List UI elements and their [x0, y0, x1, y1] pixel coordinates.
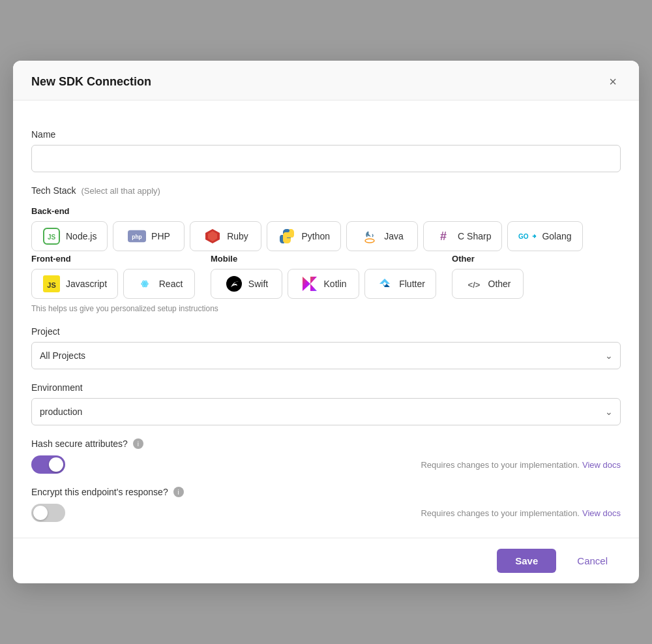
- project-section: Project All Projects Project A Project B…: [31, 326, 621, 369]
- svg-marker-16: [303, 277, 310, 291]
- environment-select-wrapper: production staging development ⌄: [31, 398, 621, 425]
- other-label: Other: [452, 254, 524, 264]
- modal-footer: Save Cancel: [13, 538, 639, 583]
- tech-btn-react[interactable]: React: [123, 269, 195, 299]
- encrypt-toggle-section: Encrypt this endpoint's response? i Requ…: [31, 487, 621, 522]
- project-select-wrapper: All Projects Project A Project B ⌄: [31, 342, 621, 369]
- tech-stack-help: This helps us give you personalized setu…: [31, 304, 621, 313]
- backend-grid: JS Node.js php PHP: [31, 221, 621, 251]
- close-button[interactable]: ×: [605, 74, 621, 89]
- encrypt-toggle-row: Requires changes to your implementation.…: [31, 504, 621, 522]
- tech-btn-kotlin[interactable]: Kotlin: [288, 269, 359, 299]
- svg-text:GO: GO: [518, 233, 529, 240]
- name-input[interactable]: [31, 145, 621, 172]
- tech-stack-subtitle: (Select all that apply): [81, 186, 160, 196]
- svg-marker-20: [383, 284, 385, 287]
- tech-btn-python[interactable]: Python: [267, 221, 341, 251]
- encrypt-label-row: Encrypt this endpoint's response? i: [31, 487, 621, 497]
- python-icon: [278, 227, 296, 245]
- modal: New SDK Connection × Name Tech Stack (Se…: [13, 61, 639, 583]
- svg-text:JS: JS: [47, 281, 55, 289]
- mobile-label: Mobile: [211, 254, 436, 264]
- svg-point-6: [365, 239, 374, 243]
- modal-title: New SDK Connection: [31, 75, 151, 89]
- javascript-label: Javascript: [66, 279, 107, 289]
- react-icon: [136, 275, 154, 293]
- golang-icon: GO: [518, 227, 537, 245]
- hash-toggle-thumb: [49, 457, 63, 472]
- svg-text:php: php: [132, 234, 141, 240]
- cancel-button[interactable]: Cancel: [564, 549, 621, 573]
- tech-btn-csharp[interactable]: # C Sharp: [423, 221, 502, 251]
- react-label: React: [159, 279, 183, 289]
- svg-point-15: [226, 276, 242, 292]
- hash-label: Hash secure attributes?: [31, 438, 128, 449]
- php-label: PHP: [151, 231, 170, 241]
- modal-overlay: New SDK Connection × Name Tech Stack (Se…: [0, 0, 652, 644]
- frontend-items: JS Javascript: [31, 269, 195, 299]
- hash-toggle-section: Hash secure attributes? i Requires chang…: [31, 438, 621, 474]
- tech-btn-java[interactable]: Java: [346, 221, 418, 251]
- name-label: Name: [31, 129, 621, 140]
- other-tech-label: Other: [488, 279, 511, 289]
- modal-body: Name Tech Stack (Select all that apply) …: [13, 100, 639, 538]
- tech-btn-ruby[interactable]: Ruby: [190, 221, 261, 251]
- project-label: Project: [31, 326, 621, 337]
- environment-section: Environment production staging developme…: [31, 382, 621, 425]
- nodejs-icon: JS: [42, 227, 61, 245]
- project-select[interactable]: All Projects Project A Project B: [31, 342, 621, 369]
- encrypt-label: Encrypt this endpoint's response?: [31, 487, 168, 497]
- environment-select[interactable]: production staging development: [31, 398, 621, 425]
- svg-text:</>: </>: [467, 280, 480, 290]
- backend-label: Back-end: [31, 206, 621, 216]
- frontend-mobile-other-row: Front-end JS Javascript: [31, 254, 621, 299]
- save-button[interactable]: Save: [497, 549, 556, 573]
- svg-marker-18: [379, 279, 390, 284]
- svg-marker-17: [310, 277, 317, 291]
- tech-stack-label: Tech Stack: [31, 185, 76, 196]
- encrypt-info-icon[interactable]: i: [173, 487, 184, 497]
- ruby-icon: [203, 227, 222, 245]
- tech-btn-other[interactable]: </> Other: [452, 269, 524, 299]
- hash-info-icon[interactable]: i: [133, 438, 143, 449]
- other-items: </> Other: [452, 269, 524, 299]
- kotlin-icon: [301, 275, 319, 293]
- hash-requires-text: Requires changes to your implementation.: [421, 460, 580, 470]
- mobile-category: Mobile Swift: [211, 254, 436, 299]
- java-icon: [361, 227, 379, 245]
- golang-label: Golang: [542, 231, 571, 241]
- tech-btn-golang[interactable]: GO Golang: [507, 221, 582, 251]
- tech-btn-javascript[interactable]: JS Javascript: [31, 269, 118, 299]
- encrypt-requires-text: Requires changes to your implementation.: [421, 508, 580, 518]
- encrypt-docs-row: Requires changes to your implementation.…: [421, 508, 621, 518]
- encrypt-toggle-thumb: [33, 506, 48, 520]
- modal-header: New SDK Connection ×: [13, 61, 639, 100]
- frontend-label: Front-end: [31, 254, 195, 264]
- name-field-section: Name: [31, 129, 621, 172]
- tech-btn-php[interactable]: php PHP: [113, 221, 185, 251]
- swift-icon: [225, 275, 243, 293]
- ruby-label: Ruby: [227, 231, 248, 241]
- encrypt-view-docs-link[interactable]: View docs: [582, 508, 621, 518]
- tech-stack-section: Tech Stack (Select all that apply) Back-…: [31, 185, 621, 313]
- hash-toggle[interactable]: [31, 455, 65, 474]
- encrypt-toggle[interactable]: [31, 504, 65, 522]
- tech-btn-nodejs[interactable]: JS Node.js: [31, 221, 108, 251]
- tech-btn-swift[interactable]: Swift: [211, 269, 282, 299]
- flutter-label: Flutter: [399, 279, 425, 289]
- hash-docs-row: Requires changes to your implementation.…: [421, 460, 621, 470]
- hash-toggle-row: Requires changes to your implementation.…: [31, 455, 621, 474]
- other-icon: </>: [465, 275, 483, 293]
- svg-text:JS: JS: [48, 234, 56, 241]
- flutter-icon: [376, 275, 394, 293]
- csharp-label: C Sharp: [458, 231, 491, 241]
- hash-label-row: Hash secure attributes? i: [31, 438, 621, 449]
- java-label: Java: [384, 231, 404, 241]
- environment-label: Environment: [31, 382, 621, 393]
- javascript-icon: JS: [42, 275, 61, 293]
- tech-btn-flutter[interactable]: Flutter: [364, 269, 436, 299]
- mobile-items: Swift: [211, 269, 436, 299]
- php-icon: php: [128, 227, 146, 245]
- hash-view-docs-link[interactable]: View docs: [582, 460, 621, 470]
- nodejs-label: Node.js: [66, 231, 96, 241]
